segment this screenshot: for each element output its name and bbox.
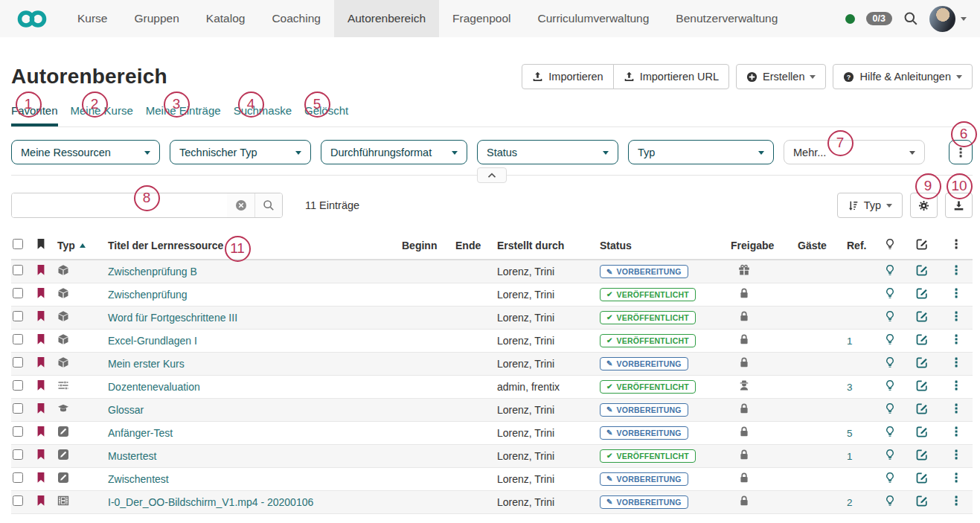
select-all-header[interactable] xyxy=(11,234,33,260)
row-checkbox[interactable] xyxy=(13,449,23,460)
row-menu-icon[interactable] xyxy=(950,402,962,414)
row-checkbox[interactable] xyxy=(13,472,23,483)
column-header-ref[interactable]: Ref. xyxy=(845,234,875,260)
resource-title-link[interactable]: Dozentenevaluation xyxy=(108,381,200,393)
resource-title-link[interactable]: I-0_Der_OO-Bildschirm_V1.mp4 - 20200106 xyxy=(108,496,313,508)
row-checkbox[interactable] xyxy=(13,403,23,414)
filter-select-durchführungsformat[interactable]: Durchführungsformat xyxy=(321,140,467,164)
row-menu-icon[interactable] xyxy=(950,495,962,507)
user-menu[interactable] xyxy=(929,6,967,32)
row-checkbox[interactable] xyxy=(13,334,23,344)
nav-item-autorenbereich[interactable]: Autorenbereich xyxy=(334,0,439,37)
bookmark-column-header[interactable] xyxy=(33,234,56,260)
column-header-created-by[interactable]: Erstellt durch xyxy=(496,234,598,260)
sort-button[interactable]: Typ xyxy=(837,193,903,218)
row-checkbox[interactable] xyxy=(13,288,23,298)
bookmark-icon[interactable] xyxy=(35,356,47,368)
lightbulb-icon[interactable] xyxy=(884,333,896,345)
column-header-guests[interactable]: Gäste xyxy=(796,234,845,260)
export-button[interactable] xyxy=(945,193,973,218)
row-checkbox[interactable] xyxy=(13,495,23,506)
table-settings-button[interactable] xyxy=(910,193,938,218)
filter-select-status[interactable]: Status xyxy=(477,140,618,164)
nav-item-fragenpool[interactable]: Fragenpool xyxy=(439,0,524,37)
row-menu-icon[interactable] xyxy=(950,264,962,276)
tab-suchmaske[interactable]: Suchmaske xyxy=(234,104,292,126)
column-header-status[interactable]: Status xyxy=(598,234,729,260)
edit-icon[interactable] xyxy=(916,495,928,507)
nav-item-kurse[interactable]: Kurse xyxy=(64,0,121,37)
row-checkbox[interactable] xyxy=(13,265,23,275)
bookmark-icon[interactable] xyxy=(35,426,47,437)
nav-item-curriculumverwaltung[interactable]: Curriculumverwaltung xyxy=(524,0,662,37)
bookmark-icon[interactable] xyxy=(35,333,47,345)
edit-icon[interactable] xyxy=(916,310,928,322)
row-checkbox[interactable] xyxy=(13,311,23,321)
importieren-url-button[interactable]: Importieren URL xyxy=(613,64,729,89)
row-menu-icon[interactable] xyxy=(950,426,962,437)
lightbulb-icon[interactable] xyxy=(884,472,896,484)
bookmark-icon[interactable] xyxy=(35,310,47,322)
row-menu-icon[interactable] xyxy=(950,449,962,461)
resource-title-link[interactable]: Glossar xyxy=(108,404,144,416)
lightbulb-icon[interactable] xyxy=(884,264,896,276)
resource-title-link[interactable]: Anfänger-Test xyxy=(108,427,173,439)
nav-item-katalog[interactable]: Katalog xyxy=(193,0,259,37)
row-checkbox[interactable] xyxy=(13,380,23,391)
row-menu-icon[interactable] xyxy=(950,287,962,299)
search-input[interactable] xyxy=(12,193,227,217)
erstellen-button[interactable]: Erstellen xyxy=(736,64,826,89)
filter-overflow-button[interactable] xyxy=(949,140,973,164)
global-search-button[interactable] xyxy=(903,11,918,26)
edit-icon[interactable] xyxy=(916,264,928,276)
bookmark-icon[interactable] xyxy=(35,287,47,299)
tab-meine-kurse[interactable]: Meine Kurse xyxy=(71,104,133,126)
column-header-title[interactable]: Titel der Lernressource xyxy=(106,234,400,260)
lightbulb-icon[interactable] xyxy=(884,356,896,368)
bookmark-icon[interactable] xyxy=(35,264,47,276)
resource-title-link[interactable]: Zwischenprüfung xyxy=(108,289,188,301)
row-checkbox[interactable] xyxy=(13,426,23,437)
edit-icon[interactable] xyxy=(916,472,928,484)
tab-meine-einträge[interactable]: Meine Einträge xyxy=(146,104,221,126)
column-header-access[interactable]: Freigabe xyxy=(729,234,796,260)
select-all-checkbox[interactable] xyxy=(13,239,23,249)
resource-title-link[interactable]: Mustertest xyxy=(108,450,156,462)
lightbulb-icon[interactable] xyxy=(884,449,896,461)
nav-item-benutzerverwaltung[interactable]: Benutzerverwaltung xyxy=(662,0,791,37)
lightbulb-icon[interactable] xyxy=(884,495,896,507)
task-count-badge[interactable]: 0/3 xyxy=(866,12,892,25)
resource-title-link[interactable]: Word für Fortgeschrittene III xyxy=(108,312,237,324)
edit-icon[interactable] xyxy=(916,402,928,414)
clear-search-button[interactable] xyxy=(227,193,254,217)
row-menu-icon[interactable] xyxy=(950,472,962,484)
filter-select-mehr[interactable]: Mehr... xyxy=(784,140,925,164)
bookmark-icon[interactable] xyxy=(35,495,47,507)
filter-select-meine-ressourcen[interactable]: Meine Ressourcen xyxy=(11,140,160,164)
lightbulb-icon[interactable] xyxy=(884,426,896,437)
column-header-begin[interactable]: Beginn xyxy=(400,234,454,260)
column-header-typ[interactable]: Typ xyxy=(56,234,106,260)
openolat-logo[interactable] xyxy=(0,0,64,37)
bookmark-icon[interactable] xyxy=(35,379,47,391)
edit-icon[interactable] xyxy=(916,356,928,368)
resource-title-link[interactable]: Excel-Grundlagen I xyxy=(108,335,197,347)
filter-select-technischer-typ[interactable]: Technischer Typ xyxy=(170,140,311,164)
row-menu-icon[interactable] xyxy=(950,333,962,345)
importieren-button[interactable]: Importieren xyxy=(522,64,613,89)
bookmark-icon[interactable] xyxy=(35,449,47,461)
row-checkbox[interactable] xyxy=(13,357,23,368)
bookmark-icon[interactable] xyxy=(35,402,47,414)
lightbulb-icon[interactable] xyxy=(884,379,896,391)
edit-icon[interactable] xyxy=(916,379,928,391)
edit-icon[interactable] xyxy=(916,426,928,437)
nav-item-coaching[interactable]: Coaching xyxy=(258,0,334,37)
avatar[interactable] xyxy=(929,6,955,32)
resource-title-link[interactable]: Zwischentest xyxy=(108,473,169,485)
row-menu-icon[interactable] xyxy=(950,310,962,322)
edit-icon[interactable] xyxy=(916,449,928,461)
nav-item-gruppen[interactable]: Gruppen xyxy=(121,0,193,37)
resource-title-link[interactable]: Zwischenprüfung B xyxy=(108,266,197,277)
edit-icon[interactable] xyxy=(916,287,928,299)
tab-favoriten[interactable]: Favoriten xyxy=(11,104,58,126)
